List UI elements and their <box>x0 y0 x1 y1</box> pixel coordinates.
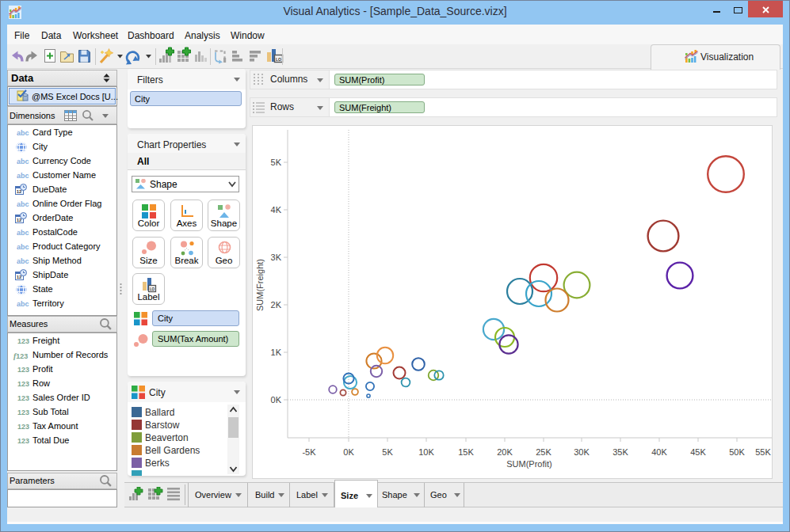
svg-text:10K: 10K <box>418 447 434 457</box>
svg-text:5K: 5K <box>382 447 393 457</box>
svg-text:50K: 50K <box>729 447 745 457</box>
svg-text:35K: 35K <box>613 447 628 457</box>
svg-text:15K: 15K <box>458 447 474 457</box>
svg-text:SUM(Profit): SUM(Profit) <box>506 459 551 469</box>
svg-text:SUM(Freight): SUM(Freight) <box>255 259 265 311</box>
svg-text:30K: 30K <box>574 447 590 457</box>
svg-text:4K: 4K <box>271 205 282 215</box>
svg-text:0K: 0K <box>271 395 282 405</box>
svg-text:55K: 55K <box>755 447 771 457</box>
svg-text:LO: LO <box>276 57 281 62</box>
svg-text:45K: 45K <box>690 447 706 457</box>
svg-text:1K: 1K <box>271 348 282 357</box>
svg-text:2K: 2K <box>271 300 282 310</box>
svg-text:40K: 40K <box>651 447 667 457</box>
svg-text:20K: 20K <box>497 447 513 457</box>
svg-text:25K: 25K <box>536 447 551 457</box>
svg-text:0K: 0K <box>343 447 354 457</box>
svg-text:-5K: -5K <box>302 447 316 457</box>
svg-text:3K: 3K <box>271 253 282 262</box>
svg-text:5K: 5K <box>271 158 282 167</box>
svg-text:LO: LO <box>150 287 155 291</box>
